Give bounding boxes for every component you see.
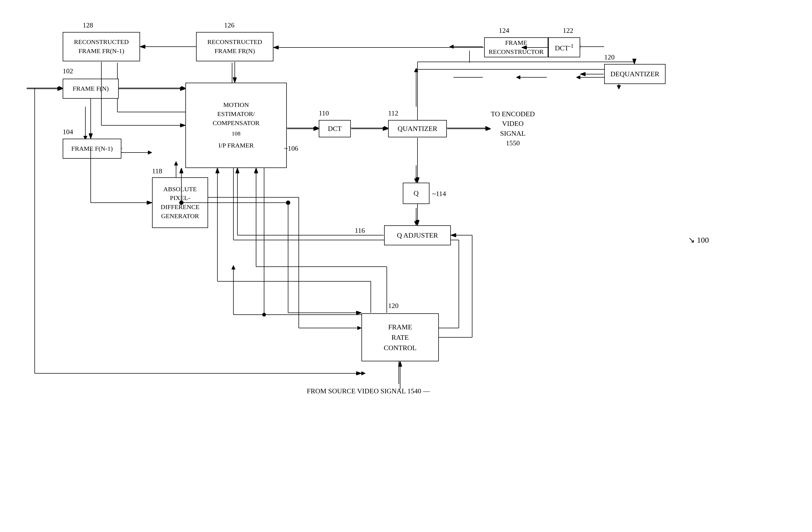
label-122: 122 bbox=[563, 26, 573, 35]
block-dct: DCT bbox=[319, 120, 351, 137]
label-124: 124 bbox=[499, 26, 509, 35]
block-q-label: Q bbox=[414, 189, 419, 198]
block-motion-estimator: MOTION ESTIMATOR/ COMPENSATOR 108 I/P FR… bbox=[185, 83, 287, 168]
block-frame-rate-control: FRAME RATE CONTROL bbox=[361, 313, 439, 361]
block-abs-pixel-diff-label: ABSOLUTE PIXEL- DIFFERENCE GENERATOR bbox=[161, 185, 199, 221]
block-frame-fn1: FRAME F(N-1) bbox=[63, 139, 121, 159]
svg-marker-53 bbox=[516, 75, 520, 79]
label-110: 110 bbox=[319, 109, 329, 118]
block-reconstructed-fn1-label: RECONSTRUCTED FRAME FR(N-1) bbox=[74, 38, 129, 56]
block-frame-fn1-label: FRAME F(N-1) bbox=[71, 145, 113, 153]
block-frame-fn: FRAME F(N) bbox=[63, 79, 119, 99]
svg-marker-19 bbox=[485, 126, 490, 130]
block-q: Q bbox=[403, 183, 430, 204]
svg-marker-5 bbox=[148, 151, 152, 154]
svg-marker-21 bbox=[414, 68, 418, 72]
svg-marker-51 bbox=[576, 75, 580, 79]
svg-marker-33 bbox=[358, 326, 361, 330]
block-dct-inv: DCT-1 bbox=[548, 37, 580, 57]
block-dequantizer-label: DEQUANTIZER bbox=[610, 70, 659, 79]
label-116: 116 bbox=[355, 226, 365, 235]
block-frame-fn-label: FRAME F(N) bbox=[73, 85, 108, 93]
block-motion-estimator-label: MOTION ESTIMATOR/ COMPENSATOR 108 I/P FR… bbox=[213, 101, 260, 150]
arrows-svg bbox=[0, 0, 812, 532]
diagram: FRAME F(N) 102 FRAME F(N-1) 104 MOTION E… bbox=[0, 0, 812, 532]
block-reconstructed-fn-label: RECONSTRUCTED FRAME FR(N) bbox=[207, 38, 262, 56]
block-reconstructed-fn: RECONSTRUCTED FRAME FR(N) bbox=[196, 32, 273, 61]
svg-point-102 bbox=[286, 201, 290, 205]
svg-marker-15 bbox=[315, 126, 319, 130]
label-102: 102 bbox=[63, 66, 73, 76]
block-frame-reconstructor: FRAME RECONSTRUCTOR bbox=[484, 37, 548, 57]
svg-marker-35 bbox=[174, 161, 178, 165]
label-112: 112 bbox=[388, 109, 398, 118]
block-reconstructed-fn1: RECONSTRUCTED FRAME FR(N-1) bbox=[63, 32, 140, 61]
block-q-adjuster-label: Q ADJUSTER bbox=[397, 231, 438, 240]
label-114: ~114 bbox=[432, 189, 446, 198]
block-quantizer: QUANTIZER bbox=[388, 120, 447, 137]
label-106: ~106 bbox=[284, 144, 298, 153]
label-128: 128 bbox=[83, 21, 93, 30]
label-126: 126 bbox=[224, 21, 234, 30]
svg-marker-1 bbox=[59, 86, 63, 90]
label-120-frc: 120 bbox=[388, 301, 398, 310]
block-dequantizer: DEQUANTIZER bbox=[604, 64, 666, 84]
block-quantizer-label: QUANTIZER bbox=[398, 124, 437, 133]
label-100: ↘ 100 bbox=[688, 235, 709, 245]
block-dct-inv-label: DCT-1 bbox=[555, 42, 574, 53]
svg-point-43 bbox=[262, 313, 266, 316]
svg-marker-64 bbox=[449, 45, 453, 48]
label-to-encoded: TO ENCODED VIDEO SIGNAL 1550 bbox=[491, 109, 535, 148]
label-from-source: FROM SOURCE VIDEO SIGNAL 1540 — bbox=[307, 387, 430, 396]
svg-marker-74 bbox=[361, 371, 365, 375]
svg-marker-17 bbox=[384, 126, 388, 130]
svg-marker-23 bbox=[414, 179, 418, 183]
label-120b: 120 bbox=[604, 53, 614, 62]
block-abs-pixel-diff: ABSOLUTE PIXEL- DIFFERENCE GENERATOR bbox=[152, 177, 208, 228]
block-frame-rate-control-label: FRAME RATE CONTROL bbox=[384, 322, 417, 353]
block-dct-label: DCT bbox=[328, 124, 342, 133]
svg-marker-25 bbox=[414, 221, 418, 225]
label-104: 104 bbox=[63, 128, 73, 136]
label-118: 118 bbox=[152, 167, 162, 176]
block-q-adjuster: Q ADJUSTER bbox=[384, 225, 451, 245]
arrows-detailed bbox=[0, 0, 812, 532]
svg-marker-39 bbox=[232, 265, 235, 269]
svg-marker-7 bbox=[182, 86, 185, 90]
block-frame-reconstructor-label: FRAME RECONSTRUCTOR bbox=[489, 39, 543, 56]
svg-marker-62 bbox=[617, 85, 621, 89]
